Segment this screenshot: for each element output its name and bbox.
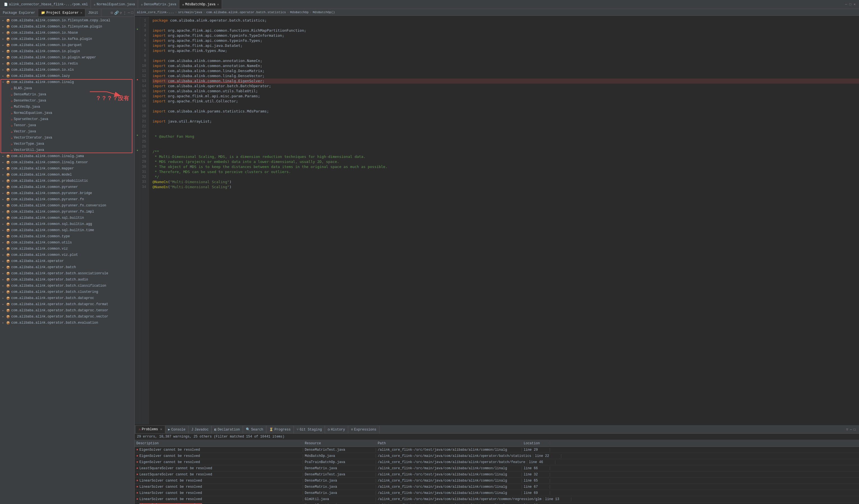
tree-item[interactable]: ▸📦com.alibaba.alink.common.pyrunner.fn.c… xyxy=(0,202,134,209)
tree-item[interactable]: ▸📦com.alibaba.alink.common.io.plugin.wra… xyxy=(0,55,134,61)
problems-table[interactable]: Description Resource Path Location ✖Eige… xyxy=(135,440,859,504)
tab-normal-equation[interactable]: ☕ NormalEquation.java xyxy=(91,0,138,9)
table-row[interactable]: ✖EigenSolver cannot be resolvedMdsBatchO… xyxy=(135,453,859,459)
tree-item[interactable]: ▸📦com.alibaba.alink.common.mapper xyxy=(0,166,134,172)
tree-item[interactable]: ☕VectorType.java xyxy=(0,141,134,147)
tab-pom-xml[interactable]: 📄 alink_connector_hbase_flink-.../pom.xm… xyxy=(1,0,91,9)
tab-history[interactable]: ◷ History xyxy=(325,426,348,433)
project-explorer-close[interactable]: ✕ xyxy=(80,11,82,15)
tree-item[interactable]: ▸📦com.alibaba.alink.common.pyrunner.brid… xyxy=(0,190,134,196)
filter-icon[interactable]: ▽ xyxy=(120,11,122,15)
tree-item[interactable]: ▸📦com.alibaba.alink.common.pyrunner.fn xyxy=(0,196,134,202)
tree-item[interactable]: ▸📦com.alibaba.alink.common.io.kafka.plug… xyxy=(0,36,134,42)
table-row[interactable]: ✖LinearSolver cannot be resolvedDenseMat… xyxy=(135,484,859,490)
maximize-icon[interactable]: □ xyxy=(849,2,852,6)
tree-item[interactable]: ▸📦com.alibaba.alink.operator xyxy=(0,258,134,264)
tree-item[interactable]: ▸📦com.alibaba.alink.common.viz xyxy=(0,246,134,252)
tree-item[interactable]: ☕Tensor.java xyxy=(0,122,134,128)
window-close-icon[interactable]: ✕ xyxy=(854,2,856,6)
tree-item[interactable]: ▸📦com.alibaba.alink.common.utils xyxy=(0,240,134,246)
tree-item[interactable]: ☕SparseVector.java xyxy=(0,116,134,122)
tree-item[interactable]: ☕DenseVector.java xyxy=(0,97,134,104)
tree-item[interactable]: ▸📦com.alibaba.alink.common.io.parquet xyxy=(0,42,134,48)
tab-package-explorer[interactable]: Package Explorer xyxy=(0,9,38,17)
tree-item[interactable]: ▸📦com.alibaba.alink.operator.batch.datap… xyxy=(0,301,134,307)
tree-item[interactable]: ▸📦com.alibaba.alink.operator.batch.audio xyxy=(0,277,134,283)
filter-problems-icon[interactable]: ▽ xyxy=(846,427,848,432)
tab-javadoc[interactable]: J Javadoc xyxy=(189,426,212,433)
tree-item[interactable]: ▸📦com.alibaba.alink.common.sql.builtin.t… xyxy=(0,227,134,233)
collapse-bottom-icon[interactable]: — xyxy=(850,428,852,432)
breadcrumb-part-1[interactable]: alink_core_flink-... xyxy=(137,11,174,14)
code-editor[interactable]: ●●●● 12345678910111213141516171819202122… xyxy=(135,16,859,426)
table-row[interactable]: ✖EigenSolver cannot be resolvedDenseMatr… xyxy=(135,447,859,453)
tab-problems-close[interactable]: ✕ xyxy=(160,427,162,431)
tab-project-explorer[interactable]: 📁 Project Explorer ✕ xyxy=(38,9,85,17)
tree-item[interactable]: ▸📦com.alibaba.alink.common.linalg.jama xyxy=(0,153,134,159)
tab-close-button[interactable]: ✕ xyxy=(217,2,219,6)
tree-item[interactable]: ▸📦com.alibaba.alink.operator.batch.assoc… xyxy=(0,270,134,277)
tree-item[interactable]: ▸📦com.alibaba.alink.operator.batch xyxy=(0,264,134,270)
tree-item[interactable]: ▸📦com.alibaba.alink.common.io.hbase xyxy=(0,30,134,36)
tree-item[interactable]: ▸📦com.alibaba.alink.common.model xyxy=(0,172,134,178)
tree-item[interactable]: ☕BLAS.java xyxy=(0,85,134,91)
tree-item[interactable]: ▸📦com.alibaba.alink.common.io.redis xyxy=(0,61,134,67)
tree-item[interactable]: ▸📦com.alibaba.alink.common.probabilistic xyxy=(0,178,134,184)
tab-console[interactable]: ▶ Console xyxy=(165,426,189,433)
tree-item[interactable]: ▸📦com.alibaba.alink.common.io.plugin xyxy=(0,48,134,55)
tab-junit[interactable]: JUnit xyxy=(85,9,101,17)
tree-item[interactable]: ▾📦com.alibaba.alink.common.linalg xyxy=(0,79,134,85)
tab-declaration[interactable]: ◧ Declaration xyxy=(212,426,243,433)
collapse-all-icon[interactable]: ⊟ xyxy=(111,11,113,15)
table-row[interactable]: ✖LeastSquareSolver cannot be resolvedDen… xyxy=(135,472,859,478)
tree-item[interactable]: ☕DenseMatrix.java xyxy=(0,91,134,97)
tree-item[interactable]: ▸📦com.alibaba.alink.operator.batch.datap… xyxy=(0,314,134,320)
table-row[interactable]: ✖LeastSquareSolver cannot be resolvedDen… xyxy=(135,465,859,472)
tree-item[interactable]: ▸📦com.alibaba.alink.common.pyrunner xyxy=(0,184,134,190)
link-with-editor-icon[interactable]: 🔗 xyxy=(114,11,119,15)
tree-item[interactable]: ▸📦com.alibaba.alink.common.sql.builtin xyxy=(0,215,134,221)
tree-item[interactable]: ▸📦com.alibaba.alink.operator.batch.clust… xyxy=(0,289,134,295)
tree-item[interactable]: ▸📦com.alibaba.alink.common.type xyxy=(0,233,134,240)
breadcrumb-part-4[interactable]: MdsBatchOp xyxy=(290,11,309,14)
table-row[interactable]: ✖EigenSolver cannot be resolvedPcaTrainB… xyxy=(135,459,859,465)
tab-problems[interactable]: ⚠ Problems ✕ xyxy=(136,426,165,433)
tree-item[interactable]: ☕NormalEquation.java xyxy=(0,110,134,116)
tab-mds-batch-op[interactable]: ☕ MdsBatchOp.java ✕ xyxy=(179,0,222,9)
tree-item[interactable]: ▸📦com.alibaba.alink.common.pyrunner.fn.i… xyxy=(0,209,134,215)
tree-item[interactable]: ▸📦com.alibaba.alink.common.io.filesystem… xyxy=(0,24,134,30)
breadcrumb-part-5[interactable]: MdsBatchOp() xyxy=(313,11,335,14)
tab-git-staging[interactable]: ⑂ Git Staging xyxy=(294,426,325,433)
tree-item[interactable]: ▸📦com.alibaba.alink.operator.batch.datap… xyxy=(0,295,134,301)
tree-item[interactable]: ☕VectorIterator.java xyxy=(0,135,134,141)
expand-bottom-icon[interactable]: □ xyxy=(854,428,856,432)
table-row[interactable]: ✖LinearSolver cannot be resolvedDenseMat… xyxy=(135,478,859,484)
table-row[interactable]: ✖LinearSolver cannot be resolvedNormalEq… xyxy=(135,502,859,504)
tree-item[interactable]: ▸📦com.alibaba.alink.common.lazy xyxy=(0,73,134,79)
tab-expressions[interactable]: ≡ Expressions xyxy=(348,426,379,433)
tree-item[interactable]: ▸📦com.alibaba.alink.common.sql.builtin.a… xyxy=(0,221,134,227)
tree-item[interactable]: ▸📦com.alibaba.alink.operator.batch.class… xyxy=(0,283,134,289)
tree-item[interactable]: ☕MatVecOp.java xyxy=(0,104,134,110)
minimize-panel-icon[interactable]: — xyxy=(128,11,130,15)
tree-item[interactable]: ▸📦com.alibaba.alink.operator.batch.evalu… xyxy=(0,320,134,326)
code-content[interactable]: package com.alibaba.alink.operator.batch… xyxy=(149,17,859,424)
maximize-panel-icon[interactable]: □ xyxy=(131,11,133,15)
minimize-icon[interactable]: — xyxy=(845,2,847,6)
tab-dense-matrix[interactable]: ☕ DenseMatrix.java xyxy=(138,0,179,9)
tree-item[interactable]: ▸📦com.alibaba.alink.common.linalg.tensor xyxy=(0,159,134,166)
tab-progress[interactable]: ⏳ Progress xyxy=(266,426,294,433)
breadcrumb-part-2[interactable]: src/main/java xyxy=(178,11,202,14)
tree-item[interactable]: ▸📦com.alibaba.alink.common.viz.plot xyxy=(0,252,134,258)
tree-item[interactable]: ☕Vector.java xyxy=(0,128,134,135)
tree-item[interactable]: ▸📦com.alibaba.alink.common.io.filesystem… xyxy=(0,17,134,24)
tree-item[interactable]: ☕VectorUtil.java xyxy=(0,147,134,153)
table-row[interactable]: ✖LinearSolver cannot be resolvedGlmUtil.… xyxy=(135,496,859,502)
tree-item[interactable]: ▸📦com.alibaba.alink.common.io.xls xyxy=(0,67,134,73)
table-row[interactable]: ✖LinearSolver cannot be resolvedDenseMat… xyxy=(135,490,859,496)
problems-table-header: Description Resource Path Location xyxy=(135,440,859,447)
tab-search[interactable]: 🔍 Search xyxy=(243,426,266,433)
view-menu-icon[interactable]: ⋮ xyxy=(123,11,126,15)
breadcrumb-part-3[interactable]: com.alibaba.alink.operator.batch.statist… xyxy=(206,11,286,14)
tree-item[interactable]: ▸📦com.alibaba.alink.operator.batch.datap… xyxy=(0,307,134,314)
